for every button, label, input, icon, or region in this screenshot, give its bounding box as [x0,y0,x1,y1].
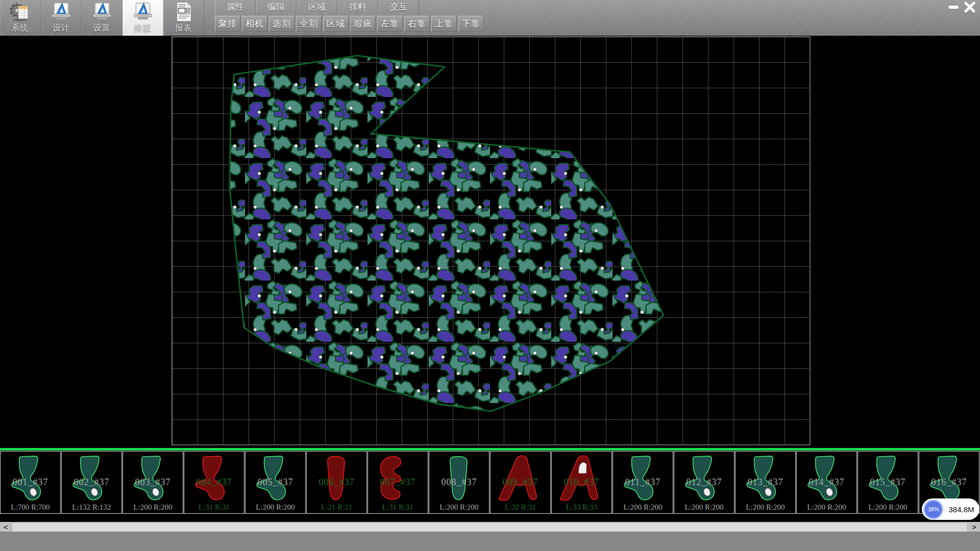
app-mode-button[interactable]: 系统 [0,0,41,36]
horizontal-scrollbar: < > [0,522,980,532]
minimize-icon [947,2,960,12]
piece-shape [498,454,543,505]
tool-button[interactable]: 上靠 [431,16,457,32]
menu-tab-label: 排料 [349,2,366,12]
piece-shape [436,454,481,505]
nesting-canvas[interactable] [0,36,980,448]
tool-buttons: 聚排 相机 选割 全割 区域 瑕疵 [215,16,485,32]
tool-button-label: 左靠 [381,18,399,30]
scrollbar-thumb[interactable] [12,522,968,532]
app-mode-label: 设置 [93,23,111,34]
app-mode-icon [132,2,154,22]
menu-tab-label: 编辑 [267,2,285,12]
piece-thumbnail-cell[interactable]: 013_#37 L:200 R:200 [735,451,796,514]
minimize-button[interactable] [945,1,962,13]
tool-button-label: 相机 [246,18,264,30]
scroll-right-button[interactable]: > [969,522,980,532]
app-mode-icon [91,2,113,22]
piece-thumbnail-cell[interactable]: 015_#37 L:200 R:200 [857,451,918,514]
menu-tab[interactable]: 排料 [337,1,378,14]
menu-tab[interactable]: 属性 [215,1,256,14]
tool-button-label: 选割 [273,18,291,30]
app-mode-button[interactable]: 设计 [41,0,82,36]
piece-thumbnail-cell[interactable]: 008_#37 L:200 R:200 [429,451,489,514]
menu-tab[interactable]: 交互 [378,1,419,14]
tool-button[interactable]: 右靠 [404,16,430,32]
piece-thumbnail-cell[interactable]: 002_#37 L:132 R:132 [61,451,122,514]
progress-size: 384.8M [943,505,979,514]
piece-shape [804,454,849,505]
piece-shape [69,454,114,505]
progress-percent: 38% [923,499,943,519]
tool-button-label: 区域 [327,18,345,30]
piece-shape [130,454,175,505]
piece-shape [253,454,298,505]
piece-thumbnail-cell[interactable]: 011_#37 L:200 R:200 [612,451,673,514]
app-mode-label: 排版 [134,23,152,34]
piece-thumbnail-strip: 001_#37 L:700 R:700 002_#37 L:132 R:132 … [0,450,980,514]
window-controls [945,1,978,13]
tool-button[interactable]: 全割 [296,16,322,32]
tool-button[interactable]: 左靠 [377,16,403,32]
tool-button-label: 下靠 [462,18,480,30]
piece-shape [314,454,359,505]
tool-button[interactable]: 下靠 [458,16,484,32]
tool-button-label: 聚排 [218,18,237,30]
piece-shape [865,454,910,505]
tool-button[interactable]: 相机 [242,16,267,32]
menu-tab-label: 区域 [308,2,326,12]
app-mode-label: 报表 [175,23,192,34]
piece-shape [926,454,971,505]
piece-shape [8,454,53,505]
tool-button[interactable]: 聚排 [215,16,240,32]
close-button[interactable] [962,1,978,13]
tool-button-label: 全割 [300,18,318,30]
piece-shape [620,454,665,505]
piece-thumbnail-cell[interactable]: 006_#37 L:21 R:21 [306,451,367,514]
piece-thumbnail-cell[interactable]: 005_#37 L:200 R:200 [245,451,306,514]
tool-button-label: 瑕疵 [354,18,372,30]
piece-shape [681,454,726,505]
progress-badge[interactable]: 38% 384.8M [922,498,979,520]
piece-thumbnail-cell[interactable]: 003_#37 L:200 R:200 [122,451,183,514]
app-mode-icon [173,2,194,22]
app-mode-icon [51,2,72,22]
status-bar [0,532,980,551]
app-mode-button[interactable]: 报表 [163,0,204,36]
app-mode-icon [10,2,31,22]
tool-button[interactable]: 选割 [269,16,295,32]
scroll-left-button[interactable]: < [0,522,11,532]
piece-thumbnail-cell[interactable]: 012_#37 L:200 R:200 [674,451,734,514]
menu-tab[interactable]: 编辑 [256,1,297,14]
tool-button-label: 右靠 [408,18,426,30]
app-window: 系统 设计 设置 排版 报表 [0,0,980,551]
menu-tab-label: 属性 [227,2,244,12]
menu-tabs: 属性 编辑 区域 排料 交互 [215,1,419,14]
app-mode-button[interactable]: 设置 [82,0,122,36]
piece-shape [191,454,236,505]
app-mode-label: 系统 [12,23,29,34]
piece-thumbnail-cell[interactable]: 010_#37 L:33 R:33 [551,451,612,514]
tool-button[interactable]: 瑕疵 [350,16,376,32]
piece-shape [375,454,420,505]
piece-thumbnail-cell[interactable]: 001_#37 L:700 R:700 [0,451,61,514]
nest-layout-svg [0,36,980,448]
menu-tab[interactable]: 区域 [297,1,337,14]
app-mode-label: 设计 [53,23,70,34]
piece-thumbnail-cell[interactable]: 004_#37 L:31 R:31 [184,451,244,514]
close-icon [964,2,976,13]
app-mode-button[interactable]: 排版 [122,0,163,36]
tool-button-label: 上靠 [435,18,453,30]
tool-button[interactable]: 区域 [323,16,349,32]
menu-tab-label: 交互 [390,2,407,12]
ribbon-bar: 系统 设计 设置 排版 报表 [0,0,980,36]
piece-thumbnail-cell[interactable]: 014_#37 L:200 R:200 [796,451,857,514]
piece-thumbnail-cell[interactable]: 007_#37 L:31 R:31 [368,451,428,514]
piece-shape [559,454,604,505]
piece-shape [743,454,788,505]
app-mode-buttons: 系统 设计 设置 排版 报表 [0,0,204,36]
piece-thumbnail-cell[interactable]: 009_#37 L:32 R:31 [490,451,551,514]
